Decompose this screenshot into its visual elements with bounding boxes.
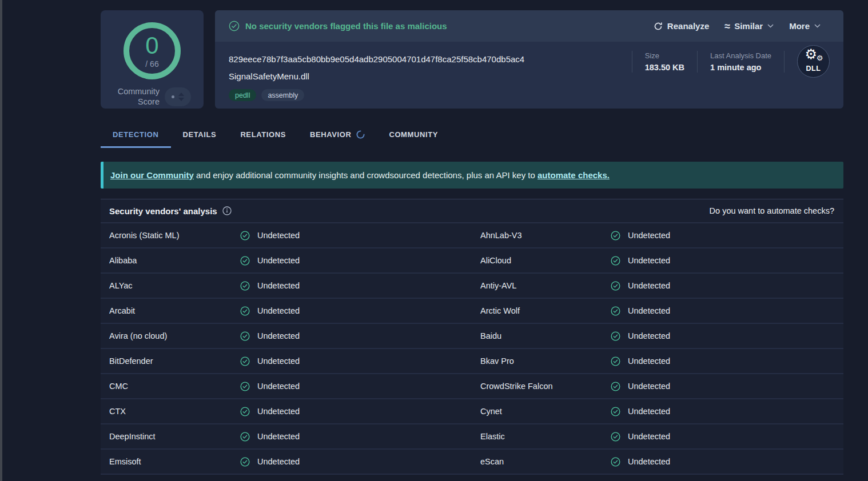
result-label: Undetected <box>257 432 300 441</box>
table-row: Acronis (Static ML)UndetectedAhnLab-V3Un… <box>101 223 843 248</box>
vote-up-icon[interactable] <box>178 93 184 96</box>
community-vote-widget[interactable] <box>165 87 191 106</box>
gears-icon: ⚙ ⚙ <box>805 51 822 65</box>
check-circle-icon <box>611 231 620 240</box>
check-circle-icon <box>240 382 250 391</box>
loading-spinner-icon <box>356 130 365 139</box>
result-label: Undetected <box>628 457 670 466</box>
vendor-result: Undetected <box>611 281 843 291</box>
vendor-name[interactable]: AliCloud <box>480 256 611 265</box>
similar-button[interactable]: ≈ Similar <box>724 21 774 31</box>
vendor-name[interactable]: CMC <box>109 382 240 391</box>
table-row: EmsisoftUndetectedeScanUndetected <box>101 450 843 475</box>
file-tags: pedll assembly <box>229 89 843 101</box>
result-label: Undetected <box>257 256 300 265</box>
vendor-result: Undetected <box>611 407 843 416</box>
result-label: Undetected <box>257 407 300 416</box>
result-label: Undetected <box>628 331 670 340</box>
engines-total: / 66 <box>145 59 158 69</box>
community-score-label: Community Score <box>118 86 160 107</box>
vote-dot-icon <box>172 95 174 98</box>
automate-checks-prompt[interactable]: Do you want to automate checks? <box>710 206 834 215</box>
table-row: AlibabaUndetectedAliCloudUndetected <box>101 248 843 274</box>
vendor-result: Undetected <box>611 457 843 467</box>
vendor-result: Undetected <box>611 331 843 341</box>
file-size-block: Size 183.50 KB <box>645 51 684 72</box>
vendor-result: Undetected <box>611 382 843 391</box>
vendor-name[interactable]: Emsisoft <box>109 457 240 466</box>
vendor-name[interactable]: Arctic Wolf <box>480 306 611 315</box>
vendor-result: Undetected <box>240 382 480 391</box>
community-score-card: 0 / 66 Community Score <box>101 10 204 109</box>
info-icon[interactable] <box>222 206 232 215</box>
vendor-name[interactable]: Antiy-AVL <box>480 281 611 290</box>
tab-community[interactable]: COMMUNITY <box>377 123 450 148</box>
file-type-label: DLL <box>806 65 821 73</box>
tag-assembly[interactable]: assembly <box>261 89 304 101</box>
vendor-result: Undetected <box>240 306 480 316</box>
result-label: Undetected <box>257 281 300 290</box>
reanalyze-button[interactable]: Reanalyze <box>654 21 709 31</box>
result-label: Undetected <box>628 281 670 290</box>
tab-details[interactable]: DETAILS <box>171 123 229 148</box>
vendor-name[interactable]: Acronis (Static ML) <box>109 231 240 240</box>
chevron-down-icon <box>767 24 774 28</box>
vendor-result: Undetected <box>611 306 843 316</box>
table-row: ALYacUndetectedAntiy-AVLUndetected <box>101 274 843 299</box>
similar-icon: ≈ <box>724 21 730 31</box>
vendor-name[interactable]: Avira (no cloud) <box>109 331 240 340</box>
divider <box>784 51 785 73</box>
detection-score-ring: 0 / 66 <box>124 22 181 79</box>
tab-bar: DETECTION DETAILS RELATIONS BEHAVIOR COM… <box>101 123 450 148</box>
check-circle-icon <box>611 432 620 442</box>
check-circle-icon <box>611 281 620 291</box>
vendor-name[interactable]: BitDefender <box>109 356 240 366</box>
vendor-result: Undetected <box>611 231 843 240</box>
last-analysis-block: Last Analysis Date 1 minute ago <box>710 51 771 72</box>
join-community-link[interactable]: Join our Community <box>110 170 194 180</box>
vendor-name[interactable]: Baidu <box>480 331 611 340</box>
tab-detection[interactable]: DETECTION <box>101 123 171 148</box>
join-community-banner: Join our Community and enjoy additional … <box>101 162 843 189</box>
vendor-result: Undetected <box>240 231 480 240</box>
banner-text: and enjoy additional community insights … <box>194 170 537 180</box>
vendor-name[interactable]: DeepInstinct <box>109 432 240 441</box>
tab-behavior[interactable]: BEHAVIOR <box>298 123 377 148</box>
more-button[interactable]: More <box>789 21 821 31</box>
table-row: CMCUndetectedCrowdStrike FalconUndetecte… <box>101 374 843 399</box>
vendor-name[interactable]: ALYac <box>109 281 240 290</box>
table-title: Security vendors' analysis <box>109 206 217 216</box>
table-row: CTXUndetectedCynetUndetected <box>101 399 843 424</box>
tag-pedll[interactable]: pedll <box>229 89 256 101</box>
vendor-name[interactable]: Cynet <box>480 407 611 416</box>
vendor-name[interactable]: AhnLab-V3 <box>480 231 611 240</box>
status-strip: No security vendors flagged this file as… <box>215 10 843 42</box>
tab-relations[interactable]: RELATIONS <box>228 123 298 148</box>
refresh-icon <box>654 22 663 31</box>
vendor-name[interactable]: Bkav Pro <box>480 356 611 366</box>
result-label: Undetected <box>628 256 670 265</box>
vendor-name[interactable]: Alibaba <box>109 256 240 265</box>
result-label: Undetected <box>257 331 300 340</box>
vendor-result: Undetected <box>611 256 843 266</box>
vendor-name[interactable]: CrowdStrike Falcon <box>480 382 611 391</box>
vendor-result: Undetected <box>240 356 480 366</box>
automate-checks-link[interactable]: automate checks. <box>537 170 610 180</box>
last-analysis-label: Last Analysis Date <box>710 51 771 60</box>
vendor-result: Undetected <box>240 281 480 291</box>
result-label: Undetected <box>628 407 670 416</box>
vote-arrows-icon[interactable] <box>178 93 184 101</box>
vendor-name[interactable]: CTX <box>109 407 240 416</box>
vendor-name[interactable]: Elastic <box>480 432 611 441</box>
vendor-name[interactable]: Arcabit <box>109 306 240 315</box>
result-label: Undetected <box>257 457 300 466</box>
status-text: No security vendors flagged this file as… <box>245 21 447 31</box>
vendor-name[interactable]: eScan <box>480 457 611 466</box>
vendor-result: Undetected <box>240 432 480 442</box>
vote-down-icon[interactable] <box>178 98 184 101</box>
check-circle-icon <box>240 407 250 416</box>
file-summary-card: No security vendors flagged this file as… <box>215 10 843 109</box>
vendor-result: Undetected <box>240 457 480 467</box>
vendor-result: Undetected <box>240 331 480 341</box>
table-header: Security vendors' analysis Do you want t… <box>101 199 843 223</box>
